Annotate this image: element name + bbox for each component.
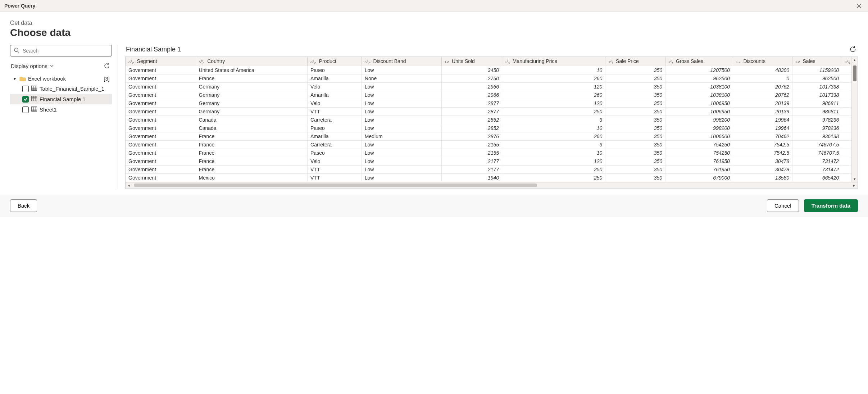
table-cell: Canada	[196, 116, 307, 124]
table-cell: 0	[733, 74, 792, 82]
table-cell: 250	[502, 173, 605, 182]
table-cell: 1940	[441, 173, 502, 182]
scroll-left-icon[interactable]: ◂	[126, 183, 132, 188]
tree-item-label: Financial Sample 1	[40, 96, 86, 102]
cancel-button[interactable]: Cancel	[767, 199, 799, 212]
transform-data-button[interactable]: Transform data	[804, 199, 858, 212]
table-cell: 2852	[441, 124, 502, 132]
checkbox[interactable]	[22, 96, 29, 103]
caret-expanded-icon: ▾	[12, 76, 17, 81]
tree-root-excel-workbook[interactable]: ▾ Excel workbook [3]	[10, 74, 112, 83]
dialog-footer: Back Cancel Transform data	[0, 194, 868, 217]
table-cell: 120	[502, 157, 605, 165]
table-cell: Germany	[196, 107, 307, 116]
table-row[interactable]: GovernmentFrancePaseoLow2155103507542507…	[126, 149, 858, 157]
table-cell: Low	[362, 165, 441, 173]
table-cell: Government	[126, 165, 196, 173]
table-cell: France	[196, 149, 307, 157]
table-row[interactable]: GovernmentGermanyVTTLow28772503501006950…	[126, 107, 858, 116]
scroll-right-icon[interactable]: ▸	[851, 183, 858, 188]
table-cell: 754250	[665, 140, 733, 149]
table-cell: 754250	[665, 149, 733, 157]
refresh-navigator-button[interactable]	[103, 62, 111, 70]
tree-item-label: Table_Financial_Sample_1	[40, 86, 104, 92]
tree-item[interactable]: Financial Sample 1	[10, 94, 112, 104]
table-cell: Low	[362, 66, 441, 74]
table-cell: 70462	[733, 132, 792, 140]
table-cell: United States of America	[196, 66, 307, 74]
table-cell: 250	[502, 165, 605, 173]
table-row[interactable]: GovernmentUnited States of AmericaPaseoL…	[126, 66, 858, 74]
table-cell: Carretera	[308, 116, 362, 124]
table-cell: Government	[126, 157, 196, 165]
table-row[interactable]: GovernmentFranceVeloLow21771203507619503…	[126, 157, 858, 165]
back-button[interactable]: Back	[10, 199, 37, 212]
tree-root-label: Excel workbook	[28, 76, 66, 82]
table-cell: Low	[362, 124, 441, 132]
table-cell: 350	[605, 132, 665, 140]
table-row[interactable]: GovernmentFranceAmarillaNone275026035096…	[126, 74, 858, 82]
tree-item[interactable]: Sheet1	[10, 104, 112, 115]
table-cell: Carretera	[308, 140, 362, 149]
table-row[interactable]: GovernmentMexicoVTTLow194025035067900013…	[126, 173, 858, 182]
horizontal-scroll-thumb[interactable]	[134, 184, 537, 187]
table-cell: France	[196, 140, 307, 149]
titlebar: Power Query	[0, 0, 868, 12]
column-header[interactable]: 1.2 Sales	[792, 57, 842, 66]
table-cell: 761950	[665, 165, 733, 173]
column-header[interactable]: ABC Country	[196, 57, 307, 66]
table-cell: Low	[362, 107, 441, 116]
search-input[interactable]	[10, 45, 112, 56]
table-cell: France	[196, 132, 307, 140]
table-cell: 250	[502, 107, 605, 116]
scroll-down-icon[interactable]: ▾	[851, 177, 858, 181]
table-cell: Government	[126, 99, 196, 107]
vertical-scrollbar[interactable]: ▴ ▾	[851, 57, 858, 182]
table-cell: Medium	[362, 132, 441, 140]
column-header[interactable]: 123 Sale Price	[605, 57, 665, 66]
table-cell: Velo	[308, 99, 362, 107]
table-row[interactable]: GovernmentFranceAmarillaMedium2876260350…	[126, 132, 858, 140]
table-row[interactable]: GovernmentFranceVTTLow217725035076195030…	[126, 165, 858, 173]
checkbox[interactable]	[22, 107, 29, 113]
column-header[interactable]: 123 Gross Sales	[665, 57, 733, 66]
table-cell: Low	[362, 173, 441, 182]
scroll-up-icon[interactable]: ▴	[851, 58, 858, 62]
table-row[interactable]: GovernmentGermanyVeloLow2877120350100695…	[126, 99, 858, 107]
table-cell: 350	[605, 82, 665, 91]
table-cell: 998200	[665, 116, 733, 124]
column-header[interactable]: 1.2 Discounts	[733, 57, 792, 66]
breadcrumb: Get data	[10, 20, 858, 26]
close-icon[interactable]	[854, 3, 864, 8]
refresh-preview-button[interactable]	[849, 45, 857, 54]
display-options-dropdown[interactable]: Display options	[11, 63, 54, 69]
table-cell: 2750	[441, 74, 502, 82]
vertical-scroll-thumb[interactable]	[853, 65, 856, 81]
horizontal-scrollbar[interactable]: ◂ ▸	[126, 182, 858, 189]
table-cell: Government	[126, 82, 196, 91]
table-cell: 679000	[665, 173, 733, 182]
table-row[interactable]: GovernmentGermanyVeloLow2966120350103810…	[126, 82, 858, 91]
column-header[interactable]: 1.2 Units Sold	[441, 57, 502, 66]
table-cell: 19964	[733, 124, 792, 132]
preview-table-container: ABC SegmentABC CountryABC ProductABC Dis…	[125, 56, 858, 189]
table-cell: VTT	[308, 107, 362, 116]
column-header[interactable]: ABC Segment	[126, 57, 196, 66]
preview-title: Financial Sample 1	[126, 46, 181, 53]
column-header[interactable]: 123 Manufacturing Price	[502, 57, 605, 66]
table-row[interactable]: GovernmentFranceCarreteraLow215533507542…	[126, 140, 858, 149]
table-cell: Government	[126, 107, 196, 116]
table-row[interactable]: GovernmentGermanyAmarillaLow296626035010…	[126, 91, 858, 99]
tree-item[interactable]: Table_Financial_Sample_1	[10, 83, 112, 94]
column-header[interactable]: ABC Discount Band	[362, 57, 441, 66]
table-cell: Amarilla	[308, 132, 362, 140]
checkbox[interactable]	[22, 86, 29, 92]
table-cell: 2876	[441, 132, 502, 140]
table-cell: 13580	[733, 173, 792, 182]
column-header[interactable]: ABC Product	[308, 57, 362, 66]
table-row[interactable]: GovernmentCanadaPaseoLow2852103509982001…	[126, 124, 858, 132]
table-cell: Low	[362, 140, 441, 149]
table-cell: Amarilla	[308, 74, 362, 82]
table-row[interactable]: GovernmentCanadaCarreteraLow285233509982…	[126, 116, 858, 124]
tree-root-count: [3]	[104, 76, 110, 82]
